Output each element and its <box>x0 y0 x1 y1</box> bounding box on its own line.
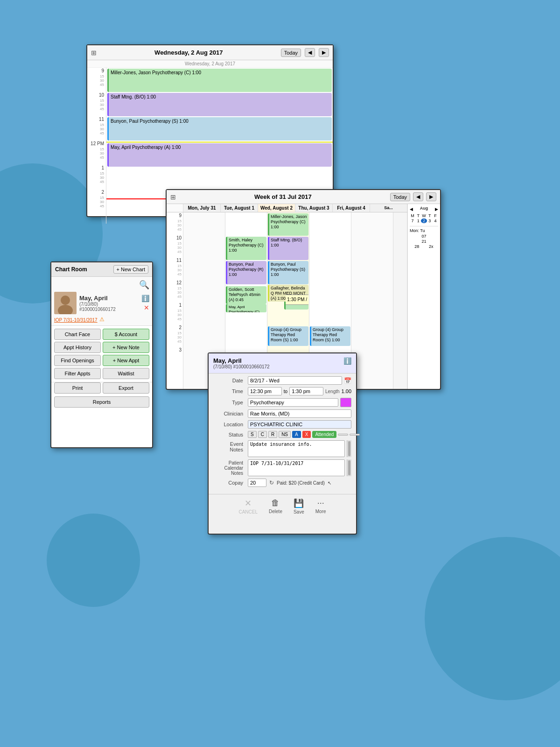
more-button[interactable]: ··· More <box>315 498 326 514</box>
week-appt-staff-wed[interactable]: Staff Mtng. (B/O) 1:00 <box>268 237 308 260</box>
week-appt-group-thu[interactable]: Group (4) Group Therapy Red Room (S) 1:0… <box>310 326 350 346</box>
week-appt-may-tue[interactable]: May, April Psychotherapy (C) <box>226 304 266 312</box>
status-extra-btn-1[interactable] <box>338 434 348 436</box>
dlg-date-row: Date 📅 <box>213 376 351 385</box>
more-label: More <box>315 509 326 514</box>
mini-calendar: ◀ Aug ▶ MTWTF 71234 Mon: Tu 07 21 282x <box>407 204 440 389</box>
search-icon[interactable]: 🔍 <box>139 280 149 290</box>
patient-name: May, April <box>79 295 139 302</box>
week-time-col: 9153045 10153045 11153045 12153045 11530… <box>167 212 183 389</box>
day-cal-title: Wednesday, 2 Aug 2017 <box>100 49 277 56</box>
chart-room-panel: Chart Room + New Chart 🔍 May, April (7/1… <box>50 261 153 448</box>
dlg-location-input[interactable] <box>248 420 351 429</box>
week-day-wed: Wed, August 2 <box>258 204 295 212</box>
dlg-copay-input[interactable] <box>248 479 266 487</box>
dlg-info-icon[interactable]: ℹ️ <box>343 357 351 365</box>
dlg-clinician-row: Clinician <box>213 409 351 418</box>
appt-miller-jones[interactable]: Miller-Jones, Jason Psychotherapy (C) 1:… <box>107 69 332 92</box>
week-day-col-fri[interactable] <box>351 212 393 389</box>
print-button[interactable]: Print <box>54 382 101 394</box>
dlg-time-label: Time <box>213 388 246 394</box>
appt-color-swatch[interactable] <box>340 398 351 407</box>
new-chart-button[interactable]: + New Chart <box>113 265 148 274</box>
day-cal-today-btn[interactable]: Today <box>281 49 301 57</box>
appt-staff-mtng[interactable]: Staff Mtng. (B/O) 1:00 <box>107 93 332 116</box>
cancel-icon: ✕ <box>245 498 252 508</box>
status-s-btn[interactable]: S <box>248 431 257 438</box>
dlg-patient-name: May, April <box>213 357 270 364</box>
dlg-type-input[interactable] <box>248 398 338 407</box>
refresh-icon[interactable]: ↻ <box>269 479 274 486</box>
week-day-col-sat[interactable] <box>393 212 407 389</box>
day-cal-prev-btn[interactable]: ◀ <box>305 48 315 57</box>
new-appt-button[interactable]: + New Appt <box>103 355 149 366</box>
dlg-length-value: 1.00 <box>342 388 351 394</box>
week-cal-prev-btn[interactable]: ◀ <box>413 192 423 201</box>
cancel-button[interactable]: ✕ CANCEL <box>238 498 258 514</box>
filter-appts-button[interactable]: Filter Appts <box>54 368 101 379</box>
account-button[interactable]: $ Account <box>103 329 149 340</box>
week-day-fri: Fri, August 4 <box>333 204 370 212</box>
patient-id: #1000010660172 <box>79 307 139 312</box>
week-appt-bunyon-r[interactable]: Bunyon, Paul Psychotherapy (R) 1:00 <box>226 261 266 284</box>
patient-section: 🔍 May, April (7/10/80) #1000010660172 ℹ️… <box>51 277 152 326</box>
week-appt-golden[interactable]: Golden, Scott TelePsych 45min (A) 0:45 <box>226 286 266 304</box>
week-day-mon: Mon, July 31 <box>183 204 221 212</box>
time-slot-1: 1 15 30 45 <box>87 165 106 189</box>
week-cal-title: Week of 31 Jul 2017 <box>179 193 387 200</box>
mini-cal-next[interactable]: ▶ <box>435 207 438 211</box>
dlg-paid-label: Paid: $20 (Credit Card) <box>277 480 325 486</box>
close-icon[interactable]: ✕ <box>144 304 149 311</box>
dlg-time-from-input[interactable] <box>248 387 282 395</box>
dlg-footer: ✕ CANCEL 🗑 Delete 💾 Save ··· More <box>209 494 356 517</box>
status-x-btn[interactable]: X <box>302 431 311 438</box>
dlg-type-row: Type <box>213 398 351 407</box>
dlg-time-to-input[interactable] <box>289 387 323 395</box>
appt-tooltip: 12:30 PM to 1:30 PM / May, April (122)45… <box>284 295 308 305</box>
event-notes-scrollbar[interactable] <box>347 440 351 457</box>
dlg-copay-label: Copay <box>213 480 246 486</box>
new-note-button[interactable]: + New Note <box>103 342 149 353</box>
dlg-date-input[interactable] <box>248 376 342 385</box>
chart-face-button[interactable]: Chart Face <box>54 329 101 340</box>
week-appt-miller-wed[interactable]: Miller-Jones, Jason Psychotherapy (C) 1:… <box>268 213 308 236</box>
status-ns-btn[interactable]: NS <box>279 431 291 438</box>
chart-room-btn-grid: Chart Face $ Account Appt History + New … <box>51 326 152 382</box>
appt-bunyon[interactable]: Bunyon, Paul Psychotherapy (S) 1:00 <box>107 117 332 141</box>
info-icon[interactable]: ℹ️ <box>141 295 149 302</box>
mini-cal-prev[interactable]: ◀ <box>410 207 413 211</box>
iop-link[interactable]: IOP 7/31-10/31/2017 <box>54 317 98 323</box>
save-button[interactable]: 💾 Save <box>294 498 304 514</box>
dlg-type-label: Type <box>213 400 246 405</box>
chart-room-title: Chart Room <box>55 266 87 273</box>
dlg-patient-cal-input[interactable]: IOP 7/31-10/31/2017 <box>248 459 345 476</box>
day-cal-next-btn[interactable]: ▶ <box>319 48 329 57</box>
appt-may-april-day[interactable]: May, April Psychotherapy (A) 1:00 <box>107 143 332 167</box>
dlg-event-notes-input[interactable]: Update insurance info. <box>248 440 345 457</box>
week-cal-grid-icon[interactable]: ⊞ <box>170 193 176 201</box>
week-appt-bunyon-wed[interactable]: Bunyon, Paul Psychotherapy (S) 1:00 <box>268 261 308 284</box>
reports-button[interactable]: Reports <box>54 396 149 408</box>
week-cal-today-btn[interactable]: Today <box>390 193 410 201</box>
week-col-headers: Mon, July 31 Tue, August 1 Wed, August 2… <box>167 204 407 212</box>
dlg-patient-header: May, April (7/10/80) #1000010660172 ℹ️ <box>209 353 356 374</box>
week-cal-next-btn[interactable]: ▶ <box>426 192 436 201</box>
week-appt-smith[interactable]: Smith, Haley Psychotherapy (C) 1:00 <box>226 237 266 260</box>
status-r-btn[interactable]: R <box>268 431 277 438</box>
status-extra-btn-2[interactable] <box>350 434 360 436</box>
dlg-clinician-input[interactable] <box>248 409 351 418</box>
dlg-date-label: Date <box>213 378 246 383</box>
delete-button[interactable]: 🗑 Delete <box>269 498 282 514</box>
status-c-btn[interactable]: C <box>258 431 267 438</box>
week-appt-group-wed[interactable]: Group (4) Group Therapy Red Room (S) 1:0… <box>268 326 308 346</box>
patient-cal-scrollbar[interactable] <box>347 459 351 476</box>
export-button[interactable]: Export <box>103 382 149 394</box>
find-openings-button[interactable]: Find Openings <box>54 355 101 366</box>
calendar-grid-icon[interactable]: ⊞ <box>91 49 97 56</box>
calendar-icon[interactable]: 📅 <box>344 377 351 384</box>
status-a-btn[interactable]: A <box>292 431 301 438</box>
appt-history-button[interactable]: Appt History <box>54 342 101 353</box>
status-buttons: S C R NS A X Attended <box>248 431 360 438</box>
delete-label: Delete <box>269 509 282 514</box>
waitlist-button[interactable]: Waitlist <box>103 368 149 379</box>
